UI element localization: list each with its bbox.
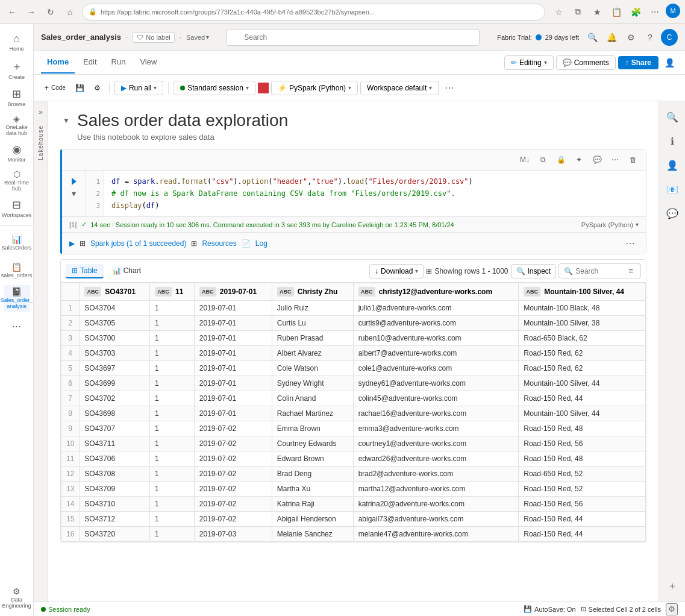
lock-button[interactable]: 🔒 — [553, 152, 569, 168]
run-triangle-icon[interactable] — [72, 178, 77, 185]
log-link[interactable]: Log — [255, 239, 267, 248]
th-col6[interactable]: ABCMountain-100 Silver, 44 — [519, 283, 646, 301]
panel-collapse-button[interactable]: » — [35, 106, 47, 118]
right-teams-button[interactable]: 💬 — [662, 203, 683, 224]
collapse-button[interactable]: ▼ — [60, 115, 72, 127]
home-button[interactable]: ⌂ — [63, 5, 77, 19]
forward-button[interactable]: → — [24, 5, 39, 19]
rows-icon: ⊞ — [426, 267, 432, 275]
data-grid[interactable]: ABCSO43701 ABC11 ABC2019-07-01 — [61, 283, 646, 542]
search-global-button[interactable]: 🔍 — [584, 29, 601, 46]
no-label-badge[interactable]: 🛡 No label — [133, 32, 174, 43]
more-button[interactable]: ⋯ — [646, 4, 663, 20]
comment-cell-button[interactable]: 💬 — [589, 152, 605, 168]
sidebar-item-data-engineering[interactable]: ⚙ DataEngineering — [4, 585, 30, 611]
spark-jobs-link[interactable]: Spark jobs (1 of 1 succeeded) — [90, 239, 186, 248]
data-table-section: ⊞ Table 📊 Chart ↓ Download ▾ — [60, 259, 646, 542]
header-row: ABCSO43701 ABC11 ABC2019-07-01 — [61, 283, 646, 301]
right-add-button[interactable]: ＋ — [662, 575, 683, 597]
resources-link[interactable]: Resources — [202, 239, 236, 248]
delete-cell-button[interactable]: 🗑 — [625, 152, 641, 168]
download-button[interactable]: ↓ Download ▾ — [369, 264, 424, 278]
cell-col2: 1 — [150, 316, 195, 331]
help-button[interactable]: ? — [642, 29, 658, 46]
extensions-button[interactable]: 🧩 — [627, 4, 644, 20]
th-col2[interactable]: ABC11 — [150, 283, 195, 301]
code-editor[interactable]: df = spark . read . format ( "csv" ). — [104, 171, 646, 216]
tab-edit[interactable]: Edit — [77, 52, 102, 74]
search-input[interactable] — [227, 29, 480, 46]
status-settings-button[interactable]: ⚙ — [666, 603, 678, 615]
refresh-button[interactable]: ↻ — [43, 5, 58, 19]
inspect-button[interactable]: 🔍 Inspect — [511, 264, 557, 278]
profile-btn[interactable]: C — [661, 29, 678, 46]
expand-jobs-button[interactable]: ▶ — [69, 239, 75, 248]
cell-col2: 1 — [150, 512, 195, 527]
markdown-button[interactable]: M↓ — [517, 152, 533, 168]
settings-button[interactable]: ⚙ — [622, 29, 639, 46]
run-all-button[interactable]: ▶ Run all ▾ — [114, 81, 163, 95]
sidebar-item-more[interactable]: ··· — [4, 313, 30, 339]
cell-col5: abigail73@adventure-works.com — [353, 512, 519, 527]
right-user-button[interactable]: 👤 — [662, 154, 683, 176]
saved-badge[interactable]: Saved ▾ — [186, 34, 209, 41]
back-button[interactable]: ← — [5, 5, 19, 19]
right-search-button[interactable]: 🔍 — [662, 106, 683, 128]
tab-view[interactable]: View — [134, 52, 163, 74]
tab-home[interactable]: Home — [41, 52, 75, 74]
th-col4[interactable]: ABCChristy Zhu — [272, 283, 353, 301]
table-search-input[interactable] — [575, 267, 624, 275]
workspace-button[interactable]: Workspace default ▾ — [360, 81, 439, 95]
stop-button[interactable] — [258, 83, 269, 93]
filter-button[interactable]: ≡ — [626, 265, 636, 277]
tab-edit-label: Edit — [83, 57, 96, 66]
sidebar-item-realtime[interactable]: ⬡ Real-Timehub — [4, 168, 30, 194]
table-tab-icon: ⊞ — [72, 266, 78, 275]
th-col1[interactable]: ABCSO43701 — [80, 283, 150, 301]
runtime-label: PySpark (Python) — [581, 221, 633, 228]
tab-table[interactable]: ⊞ Table — [66, 264, 104, 278]
cell-col2: 1 — [150, 497, 195, 512]
tab-chart[interactable]: 📊 Chart — [106, 264, 147, 278]
collections-button[interactable]: 📋 — [608, 4, 625, 20]
favorites-button[interactable]: ★ — [589, 4, 605, 20]
search-box: 🔍 — [227, 29, 480, 46]
panel-toggle: » Lakehouse — [34, 101, 48, 602]
sidebar-item-monitor[interactable]: ◉ Monitor — [4, 140, 30, 166]
th-col3[interactable]: ABC2019-07-01 — [194, 283, 272, 301]
more-cell-button[interactable]: ⋯ — [607, 152, 623, 168]
copy-button[interactable]: ⧉ — [535, 152, 551, 168]
collapse-cell-icon[interactable]: ▾ — [72, 189, 76, 198]
comments-button[interactable]: 💬 Comments — [556, 55, 616, 70]
sidebar-item-onelake[interactable]: ◈ OneLakedata hub — [4, 112, 30, 139]
share-button[interactable]: ↑ Share — [618, 56, 658, 69]
tab-run[interactable]: Run — [105, 52, 132, 74]
sidebar-item-workspaces[interactable]: ⊟ Workspaces — [4, 195, 30, 222]
editing-button[interactable]: ✏ Editing ▾ — [504, 55, 554, 70]
sparkle-button[interactable]: ✦ — [571, 152, 587, 168]
settings-toolbar-button[interactable]: ⚙ — [90, 80, 104, 96]
more-jobs-button[interactable]: ⋯ — [622, 236, 639, 250]
right-outlook-button[interactable]: 📧 — [662, 178, 683, 200]
sidebar-item-browse[interactable]: ⊞ Browse — [4, 84, 30, 111]
sidebar-item-home[interactable]: ⌂ Home — [4, 29, 30, 55]
sidebar-item-salesorders[interactable]: 📊 SalesOrders — [4, 230, 30, 256]
notification-button[interactable]: 🔔 — [603, 29, 620, 46]
profile-button[interactable]: M — [666, 4, 680, 18]
session-button[interactable]: Standard session ▾ — [174, 81, 255, 95]
save-button[interactable]: 💾 — [72, 80, 88, 96]
th-col5[interactable]: ABCchristy12@adventure-works.com — [353, 283, 519, 301]
sidebar-item-create[interactable]: ＋ Create — [4, 57, 30, 83]
add-code-button[interactable]: + Code — [41, 80, 69, 96]
table-search: 🔍 ≡ — [558, 263, 641, 278]
url-bar[interactable]: 🔒 https://app.fabric.microsoft.com/group… — [82, 4, 545, 20]
more-toolbar-button[interactable]: ⋯ — [441, 81, 458, 95]
tab-button[interactable]: ⧉ — [569, 4, 586, 20]
sidebar-item-sales-orders[interactable]: 📋 sales_orders — [4, 257, 30, 284]
run-cell-button[interactable] — [62, 175, 86, 187]
sidebar-item-analysis[interactable]: 📓 Sales_order_analysis — [4, 285, 30, 312]
user-icon-button[interactable]: 👤 — [661, 54, 678, 71]
star-button[interactable]: ☆ — [550, 4, 567, 20]
right-info-button[interactable]: ℹ — [662, 130, 683, 152]
pyspark-button[interactable]: ⚡ PySpark (Python) ▾ — [271, 81, 358, 95]
